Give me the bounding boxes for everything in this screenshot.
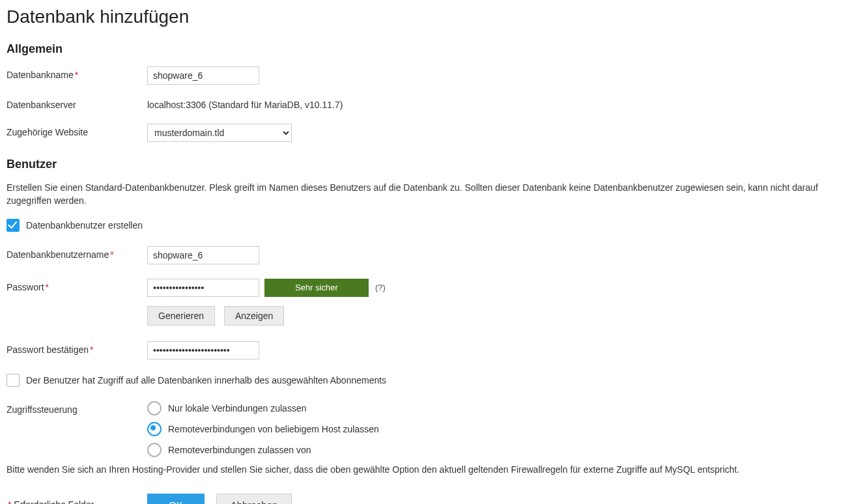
section-general-title: Allgemein xyxy=(7,41,856,57)
access-radio-remote-from[interactable] xyxy=(147,443,162,457)
password-strength-badge: Sehr sicher xyxy=(264,279,369,297)
all-db-access-label: Der Benutzer hat Zugriff auf alle Datenb… xyxy=(26,374,386,387)
website-label: Zugehörige Website xyxy=(7,127,88,137)
access-note: Bitte wenden Sie sich an Ihren Hosting-P… xyxy=(7,464,856,477)
access-radio-remote-from-label: Remoteverbindungen zulassen von xyxy=(168,444,311,457)
password-input[interactable] xyxy=(147,279,259,297)
generate-password-button[interactable]: Generieren xyxy=(147,306,215,326)
db-name-label: Datenbankname xyxy=(7,70,74,80)
required-fields-hint: Erforderliche Felder xyxy=(14,499,94,504)
required-marker: * xyxy=(46,282,49,292)
password-confirm-label: Passwort bestätigen xyxy=(7,344,89,355)
show-password-button[interactable]: Anzeigen xyxy=(224,306,284,326)
cancel-button[interactable]: Abbrechen xyxy=(216,494,292,504)
db-username-label: Datenbankbenutzername xyxy=(7,249,109,260)
password-label: Passwort xyxy=(7,282,44,292)
password-confirm-input[interactable] xyxy=(147,341,259,359)
all-db-access-checkbox[interactable] xyxy=(7,374,20,387)
create-user-label: Datenbankbenutzer erstellen xyxy=(26,219,143,232)
users-intro-text: Erstellen Sie einen Standard-Datenbankbe… xyxy=(7,182,856,207)
ok-button[interactable]: OK xyxy=(147,494,205,504)
required-marker: * xyxy=(90,344,93,355)
access-radio-local-label: Nur lokale Verbindungen zulassen xyxy=(168,402,306,415)
access-radio-local[interactable] xyxy=(147,401,162,415)
db-server-label: Datenbankserver xyxy=(7,100,76,110)
db-username-input[interactable] xyxy=(147,246,259,264)
website-select[interactable]: musterdomain.tld xyxy=(147,124,292,142)
access-radio-remote-any[interactable] xyxy=(147,422,162,436)
page-title: Datenbank hinzufügen xyxy=(7,4,856,29)
db-server-value: localhost:3306 (Standard für MariaDB, v1… xyxy=(147,100,343,110)
password-hint-icon[interactable]: (?) xyxy=(375,282,386,294)
access-radio-remote-any-label: Remoteverbindungen von beliebigem Host z… xyxy=(168,423,379,436)
create-user-checkbox[interactable] xyxy=(7,219,20,232)
access-control-label: Zugriffssteuerung xyxy=(7,404,78,415)
required-marker: * xyxy=(75,70,78,80)
db-name-input[interactable] xyxy=(147,66,259,85)
required-marker: * xyxy=(110,249,113,260)
required-marker: * xyxy=(8,499,11,504)
section-users-title: Benutzer xyxy=(7,156,856,173)
